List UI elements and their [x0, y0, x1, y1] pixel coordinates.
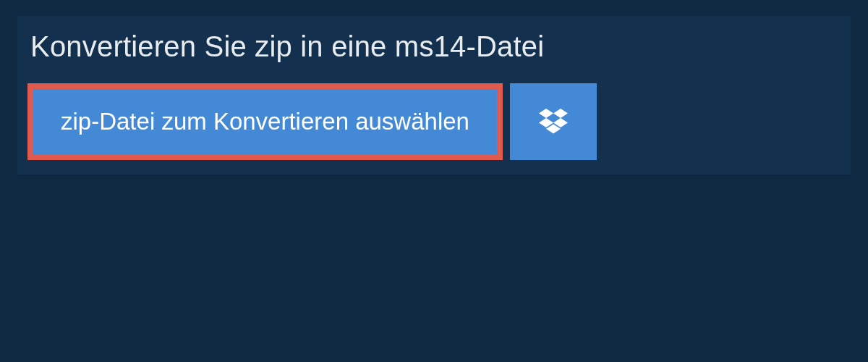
page-title: Konvertieren Sie zip in eine ms14-Datei — [17, 16, 851, 83]
select-file-button-label: zip-Datei zum Konvertieren auswählen — [61, 108, 469, 135]
dropbox-button[interactable] — [510, 83, 597, 160]
dropbox-icon — [539, 109, 568, 135]
converter-panel: Konvertieren Sie zip in eine ms14-Datei … — [17, 16, 851, 174]
select-file-button[interactable]: zip-Datei zum Konvertieren auswählen — [27, 83, 503, 160]
button-row: zip-Datei zum Konvertieren auswählen — [17, 83, 851, 174]
